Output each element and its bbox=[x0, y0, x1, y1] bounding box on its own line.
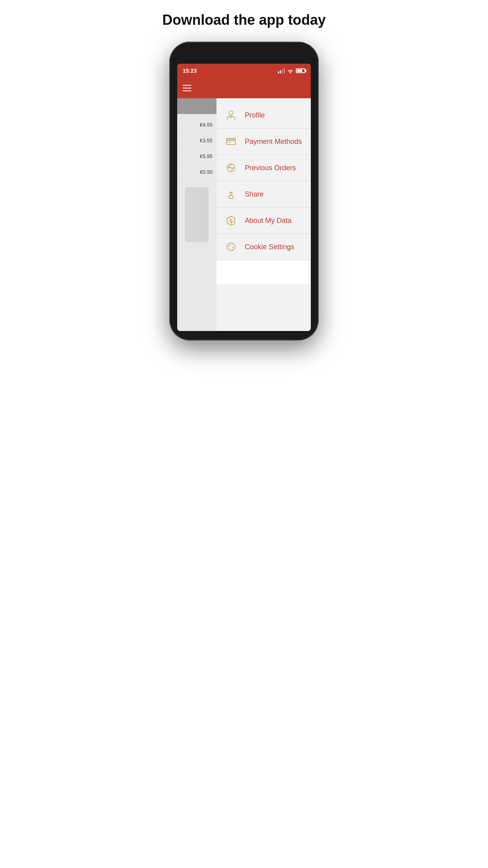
orders-icon bbox=[224, 161, 238, 175]
price-item: €4.55 bbox=[177, 117, 216, 133]
menu-item-orders[interactable]: Previous Orders bbox=[216, 155, 311, 181]
menu-item-profile[interactable]: Profile bbox=[216, 102, 311, 129]
share-icon bbox=[224, 188, 238, 201]
menu-label-profile: Profile bbox=[245, 111, 265, 120]
menu-label-payment: Payment Methods bbox=[245, 138, 302, 146]
cart-button[interactable] bbox=[185, 187, 209, 242]
status-time: 15:23 bbox=[183, 68, 197, 74]
bottom-spacer bbox=[216, 260, 311, 284]
hamburger-button[interactable] bbox=[183, 81, 197, 95]
price-value: €4.55 bbox=[200, 122, 213, 128]
page-title: Download the app today bbox=[154, 8, 334, 32]
menu-item-data[interactable]: i About My Data bbox=[216, 208, 311, 234]
drawer-menu: Profile Payment Methods bbox=[216, 98, 311, 331]
svg-line-7 bbox=[231, 168, 233, 171]
battery-icon bbox=[296, 68, 305, 73]
svg-point-14 bbox=[229, 245, 230, 246]
price-item: €0.50 bbox=[177, 164, 216, 180]
svg-point-15 bbox=[231, 245, 232, 245]
wifi-icon bbox=[287, 68, 294, 73]
price-item: €3.55 bbox=[177, 133, 216, 149]
app-header bbox=[177, 78, 311, 98]
data-icon: i bbox=[224, 214, 238, 227]
phone-shell: 15:23 bbox=[169, 42, 319, 340]
svg-point-10 bbox=[230, 219, 232, 221]
left-panel-top bbox=[177, 98, 216, 114]
phone-screen: 15:23 bbox=[177, 64, 311, 331]
menu-label-orders: Previous Orders bbox=[245, 164, 296, 172]
menu-label-data: About My Data bbox=[245, 217, 292, 225]
status-bar: 15:23 bbox=[177, 64, 311, 78]
menu-label-cookies: Cookie Settings bbox=[245, 243, 294, 251]
profile-icon bbox=[224, 108, 238, 122]
payment-icon bbox=[224, 135, 238, 148]
left-panel: €4.55 €3.55 €5.95 €0.50 bbox=[177, 98, 216, 331]
svg-line-5 bbox=[229, 165, 231, 168]
app-body: €4.55 €3.55 €5.95 €0.50 bbox=[177, 98, 311, 331]
svg-point-16 bbox=[230, 248, 231, 248]
svg-point-13 bbox=[227, 243, 235, 251]
price-list: €4.55 €3.55 €5.95 €0.50 bbox=[177, 114, 216, 183]
price-item: €5.95 bbox=[177, 149, 216, 164]
menu-item-cookies[interactable]: Cookie Settings bbox=[216, 234, 311, 260]
svg-point-18 bbox=[232, 249, 233, 250]
menu-label-share: Share bbox=[245, 190, 264, 199]
cookie-icon bbox=[224, 240, 238, 254]
svg-rect-8 bbox=[229, 195, 233, 199]
price-value: €0.50 bbox=[200, 169, 213, 175]
price-value: €3.55 bbox=[200, 138, 213, 143]
signal-icon bbox=[278, 68, 285, 74]
price-value: €5.95 bbox=[200, 153, 213, 159]
menu-item-share[interactable]: Share bbox=[216, 181, 311, 208]
menu-item-payment[interactable]: Payment Methods bbox=[216, 129, 311, 155]
svg-point-17 bbox=[232, 247, 233, 248]
status-icons bbox=[278, 68, 305, 74]
